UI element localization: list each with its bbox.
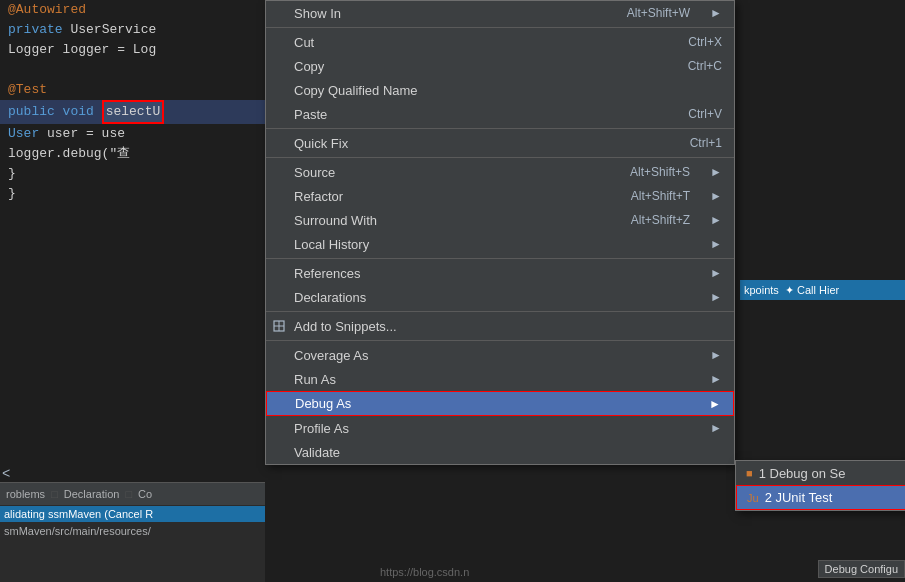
status-path: smMaven/src/main/resources/ [0, 523, 265, 539]
debug-as-submenu: ■ 1 Debug on Se Ju 2 JUnit Test [735, 460, 905, 511]
menu-item-source[interactable]: Source Alt+Shift+S ► [266, 160, 734, 184]
console-tab[interactable]: Co [132, 483, 158, 505]
right-panel: kpoints ✦ Call Hier [740, 280, 905, 300]
bottom-panel: roblems □ Declaration □ Co alidating ssm… [0, 482, 265, 582]
junit-icon: Ju [747, 492, 759, 504]
menu-item-refactor[interactable]: Refactor Alt+Shift+T ► [266, 184, 734, 208]
separator-4 [266, 258, 734, 259]
menu-item-run-as[interactable]: Run As ► [266, 367, 734, 391]
problems-tab[interactable]: roblems [0, 483, 51, 505]
menu-item-paste[interactable]: Paste Ctrl+V [266, 102, 734, 126]
debug-configure-label[interactable]: Debug Configu [818, 560, 905, 578]
menu-item-copy[interactable]: Copy Ctrl+C [266, 54, 734, 78]
snippets-icon [272, 319, 286, 333]
menu-item-validate[interactable]: Validate [266, 440, 734, 464]
status-validating: alidating ssmMaven (Cancel R [0, 506, 265, 522]
context-menu: Show In Alt+Shift+W ► Cut Ctrl+X Copy Ct… [265, 0, 735, 465]
menu-item-profile-as[interactable]: Profile As ► [266, 416, 734, 440]
right-panel-items: kpoints ✦ Call Hier [740, 280, 905, 300]
separator-5 [266, 311, 734, 312]
menu-item-quick-fix[interactable]: Quick Fix Ctrl+1 [266, 131, 734, 155]
selected-text: selectU [102, 100, 165, 124]
menu-item-cut[interactable]: Cut Ctrl+X [266, 30, 734, 54]
separator-3 [266, 157, 734, 158]
menu-item-surround-with[interactable]: Surround With Alt+Shift+Z ► [266, 208, 734, 232]
separator-6 [266, 340, 734, 341]
separator-2 [266, 128, 734, 129]
separator-1 [266, 27, 734, 28]
menu-item-show-in[interactable]: Show In Alt+Shift+W ► [266, 1, 734, 25]
submenu-item-debug-server[interactable]: ■ 1 Debug on Se [736, 461, 905, 485]
declaration-tab[interactable]: Declaration [58, 483, 126, 505]
code-annotation: @Autowired [8, 2, 86, 17]
bottom-tabs: roblems □ Declaration □ Co [0, 483, 265, 505]
bracket-indicator: < [2, 466, 10, 482]
code-keyword: private [8, 22, 70, 37]
menu-item-add-snippets[interactable]: Add to Snippets... [266, 314, 734, 338]
submenu-item-junit[interactable]: Ju 2 JUnit Test [736, 485, 905, 510]
menu-item-debug-as[interactable]: Debug As ► [266, 391, 734, 416]
menu-item-coverage-as[interactable]: Coverage As ► [266, 343, 734, 367]
menu-item-local-history[interactable]: Local History ► [266, 232, 734, 256]
code-test-annotation: @Test [8, 82, 47, 97]
code-editor: @Autowired private UserService Logger lo… [0, 0, 265, 582]
watermark: https://blog.csdn.n [380, 566, 469, 578]
menu-item-copy-qualified[interactable]: Copy Qualified Name [266, 78, 734, 102]
menu-item-references[interactable]: References ► [266, 261, 734, 285]
debug-server-icon: ■ [746, 467, 753, 479]
menu-item-declarations[interactable]: Declarations ► [266, 285, 734, 309]
